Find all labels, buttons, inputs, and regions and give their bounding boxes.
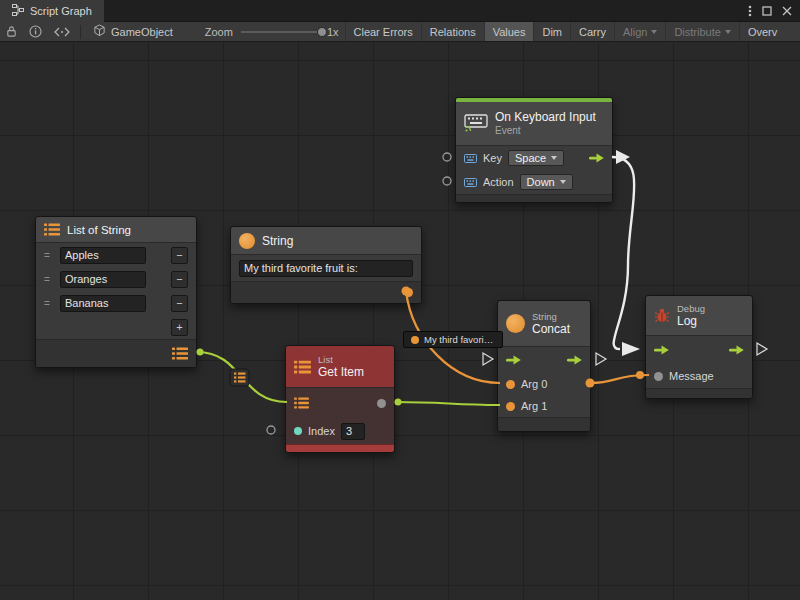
window-controls bbox=[748, 5, 800, 17]
node-subtitle: Event bbox=[495, 125, 596, 137]
item-output-port[interactable] bbox=[377, 399, 386, 408]
key-port-row: Key Space bbox=[456, 146, 612, 170]
remove-item-button[interactable]: − bbox=[171, 247, 188, 264]
chevron-down-icon bbox=[560, 180, 566, 184]
dim-button[interactable]: Dim bbox=[533, 22, 570, 42]
title-bar: Script Graph bbox=[0, 0, 800, 22]
arg1-label: Arg 1 bbox=[521, 400, 547, 412]
node-header[interactable]: List Get Item bbox=[286, 346, 394, 388]
node-get-item[interactable]: List Get Item Index bbox=[285, 345, 395, 453]
string-output-port[interactable] bbox=[404, 288, 413, 297]
script-graph-window: Script Graph bbox=[0, 0, 800, 600]
flow-output-port-icon[interactable] bbox=[567, 355, 582, 365]
list-item-input[interactable] bbox=[60, 247, 146, 264]
node-string-literal[interactable]: String bbox=[230, 226, 422, 304]
list-item-row: = − bbox=[36, 291, 196, 315]
tab-title: Script Graph bbox=[30, 5, 92, 17]
list-icon bbox=[294, 360, 311, 374]
list-icon bbox=[44, 223, 60, 236]
gameobject-label: GameObject bbox=[111, 26, 173, 38]
key-icon bbox=[464, 178, 477, 187]
keyboard-icon bbox=[464, 114, 488, 134]
clear-errors-button[interactable]: Clear Errors bbox=[345, 22, 421, 42]
action-dropdown-value: Down bbox=[527, 176, 555, 188]
graph-icon bbox=[12, 4, 24, 18]
more-icon[interactable] bbox=[748, 5, 752, 17]
node-category: List bbox=[318, 354, 364, 365]
action-dropdown[interactable]: Down bbox=[520, 174, 573, 190]
relations-button[interactable]: Relations bbox=[421, 22, 484, 42]
list-input-port-icon[interactable] bbox=[294, 397, 309, 409]
flow-output-port-icon[interactable] bbox=[729, 345, 744, 355]
tab-script-graph[interactable]: Script Graph bbox=[0, 0, 104, 22]
node-title: Concat bbox=[532, 322, 570, 336]
drag-handle-icon[interactable]: = bbox=[44, 250, 54, 261]
info-icon[interactable] bbox=[23, 22, 48, 42]
node-title: String bbox=[262, 234, 293, 248]
node-footer bbox=[286, 444, 394, 452]
align-button[interactable]: Align bbox=[614, 22, 665, 42]
remove-item-button[interactable]: − bbox=[171, 295, 188, 312]
node-log[interactable]: Debug Log Message bbox=[645, 295, 753, 399]
node-list-of-string[interactable]: List of String = − = − = − + bbox=[35, 216, 197, 368]
index-input[interactable] bbox=[341, 423, 365, 440]
list-output-port-icon[interactable] bbox=[172, 347, 188, 360]
list-item-input[interactable] bbox=[60, 271, 146, 288]
close-icon[interactable] bbox=[782, 6, 792, 16]
zoom-slider-knob[interactable] bbox=[317, 27, 327, 37]
node-header[interactable]: Debug Log bbox=[646, 296, 752, 336]
string-icon bbox=[239, 233, 255, 249]
add-item-button[interactable]: + bbox=[171, 319, 188, 336]
arg1-input-port[interactable] bbox=[506, 402, 515, 411]
index-input-port[interactable] bbox=[294, 427, 302, 435]
node-concat[interactable]: String Concat Arg 0 Arg 1 bbox=[497, 300, 591, 432]
list-item-row: = − bbox=[36, 267, 196, 291]
key-dropdown[interactable]: Space bbox=[508, 150, 564, 166]
string-value-row bbox=[231, 255, 421, 281]
output-port-row bbox=[36, 339, 196, 367]
node-title: Get Item bbox=[318, 365, 364, 379]
arg0-input-port[interactable] bbox=[506, 380, 515, 389]
zoom-slider[interactable] bbox=[241, 31, 323, 33]
action-port-row: Action Down bbox=[456, 170, 612, 194]
overview-button[interactable]: Overv bbox=[739, 22, 785, 42]
drag-handle-icon[interactable]: = bbox=[44, 298, 54, 309]
node-header[interactable]: String bbox=[231, 227, 421, 255]
arg0-port-row: Arg 0 bbox=[498, 373, 590, 395]
arg0-label: Arg 0 bbox=[521, 378, 547, 390]
gameobject-selector[interactable]: GameObject bbox=[85, 22, 181, 42]
string-value-input[interactable] bbox=[239, 260, 413, 277]
values-button[interactable]: Values bbox=[484, 22, 534, 42]
node-title: Log bbox=[677, 314, 705, 328]
message-input-port[interactable] bbox=[654, 372, 663, 381]
code-icon[interactable] bbox=[48, 22, 76, 42]
remove-item-button[interactable]: − bbox=[171, 271, 188, 288]
align-label: Align bbox=[623, 26, 647, 38]
add-item-row: + bbox=[36, 315, 196, 339]
node-on-keyboard-input[interactable]: On Keyboard Input Event Key Space Action… bbox=[455, 97, 613, 203]
node-header[interactable]: List of String bbox=[36, 217, 196, 243]
flow-input-port-icon[interactable] bbox=[654, 345, 669, 355]
lock-icon[interactable] bbox=[0, 22, 23, 42]
chevron-down-icon bbox=[725, 30, 731, 34]
zoom-value: 1x bbox=[327, 26, 339, 38]
node-header[interactable]: String Concat bbox=[498, 301, 590, 347]
list-item-input[interactable] bbox=[60, 295, 146, 312]
flow-output-port-icon[interactable] bbox=[589, 153, 604, 163]
message-port-row: Message bbox=[646, 364, 752, 388]
wire-value-preview-text: My third favorite fr... bbox=[424, 334, 495, 345]
bug-icon bbox=[654, 307, 670, 325]
chevron-down-icon bbox=[651, 30, 657, 34]
arg1-port-row: Arg 1 bbox=[498, 395, 590, 417]
drag-handle-icon[interactable]: = bbox=[44, 274, 54, 285]
maximize-icon[interactable] bbox=[762, 6, 772, 16]
distribute-button[interactable]: Distribute bbox=[665, 22, 738, 42]
key-dropdown-value: Space bbox=[515, 152, 546, 164]
node-header[interactable]: On Keyboard Input Event bbox=[456, 102, 612, 146]
key-label: Key bbox=[483, 152, 502, 164]
node-footer bbox=[498, 417, 590, 431]
zoom-label: Zoom bbox=[205, 26, 233, 38]
carry-button[interactable]: Carry bbox=[570, 22, 614, 42]
flow-port-row bbox=[498, 347, 590, 373]
flow-input-port-icon[interactable] bbox=[506, 355, 521, 365]
